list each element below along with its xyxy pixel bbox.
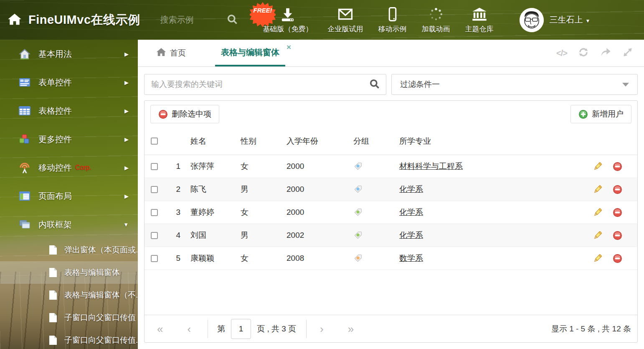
expand-icon[interactable]	[622, 47, 633, 59]
nav-item-themes[interactable]: 主题仓库	[465, 6, 494, 34]
page-icon	[48, 335, 58, 345]
chevron-right-icon: ▶	[124, 165, 129, 171]
sidebar-item-label: 更多控件	[38, 134, 72, 145]
keyword-search-input[interactable]	[151, 80, 369, 89]
nav-item-mobile[interactable]: 移动示例	[378, 6, 407, 34]
prev-page-button[interactable]: ‹	[187, 324, 191, 334]
home-icon	[156, 48, 166, 59]
column-header-gender[interactable]: 性别	[241, 136, 287, 147]
column-header-group[interactable]: 分组	[349, 136, 399, 147]
next-page-button[interactable]: ›	[320, 324, 324, 334]
column-header-name[interactable]: 姓名	[190, 136, 241, 147]
sidebar-item-basic-usage[interactable]: 基本用法 ▶	[0, 40, 138, 68]
row-checkbox[interactable]	[151, 163, 158, 170]
delete-icon[interactable]	[613, 185, 622, 194]
layout-icon	[18, 190, 31, 202]
share-icon[interactable]	[600, 47, 611, 59]
major-link[interactable]: 化学系	[399, 230, 423, 241]
sidebar-item-label: 内联框架	[38, 219, 72, 230]
filter-dropdown[interactable]: 过滤条件一	[391, 74, 638, 95]
cell-name: 张萍萍	[190, 161, 241, 172]
delete-icon[interactable]	[613, 208, 622, 217]
delete-icon[interactable]	[613, 254, 622, 263]
cell-year: 2008	[287, 254, 349, 263]
delete-icon[interactable]	[613, 231, 622, 240]
sidebar-subitem-grid-edit-window[interactable]: 表格与编辑窗体	[0, 261, 138, 284]
column-header-year[interactable]: 入学年份	[287, 136, 349, 147]
bank-icon	[472, 6, 487, 23]
table-row[interactable]: 2 陈飞 男 2000 化学系	[145, 178, 637, 201]
sidebar-subitem-popup-window[interactable]: 弹出窗体（本页面或...	[0, 239, 138, 261]
search-icon[interactable]	[226, 13, 238, 27]
table-row[interactable]: 4 刘国 男 2002 化学系	[145, 224, 637, 247]
antenna-icon	[18, 161, 31, 174]
cell-year: 2002	[287, 231, 349, 240]
table-row[interactable]: 1 张萍萍 女 2000 材料科学与工程系	[145, 155, 637, 178]
home-icon[interactable]	[8, 13, 22, 27]
main-area: 首页 表格与编辑窗体 × </>	[138, 40, 644, 349]
sidebar-item-iframe[interactable]: 内联框架 ▼	[0, 210, 138, 239]
sidebar-item-more-controls[interactable]: 更多控件 ▶	[0, 125, 138, 153]
delete-selected-button[interactable]: 删除选中项	[150, 105, 219, 123]
row-checkbox[interactable]	[151, 209, 158, 216]
major-link[interactable]: 材料科学与工程系	[399, 161, 463, 172]
column-header-major[interactable]: 所学专业	[399, 136, 582, 147]
sidebar-subitem-grid-edit-window-2[interactable]: 表格与编辑窗体（不...	[0, 284, 138, 306]
page-number-input[interactable]	[231, 319, 251, 339]
table-row[interactable]: 3 董婷婷 女 2000 化学系	[145, 201, 637, 224]
sidebar-item-grid-controls[interactable]: 表格控件 ▶	[0, 97, 138, 125]
tag-icon	[353, 231, 363, 240]
sidebar-item-label: 基本用法	[38, 48, 72, 60]
last-page-button[interactable]: »	[348, 324, 354, 334]
sidebar-item-form-controls[interactable]: 表单控件 ▶	[0, 68, 138, 97]
sidebar-item-mobile-controls[interactable]: 移动控件 Corp. ▶	[0, 153, 138, 182]
edit-icon[interactable]	[593, 207, 603, 217]
table-row[interactable]: 5 康颖颖 女 2008 数学系	[145, 247, 637, 270]
frames-icon	[18, 218, 31, 231]
nav-item-label: 加载动画	[422, 24, 450, 34]
nav-item-enterprise[interactable]: 企业版试用	[328, 6, 363, 34]
row-index: 2	[166, 185, 180, 194]
major-link[interactable]: 化学系	[399, 184, 423, 195]
edit-icon[interactable]	[593, 253, 603, 263]
chevron-down-icon: ▼	[586, 18, 591, 24]
nav-item-label: 移动示例	[378, 24, 407, 34]
cell-gender: 男	[241, 184, 287, 195]
refresh-icon[interactable]	[578, 47, 589, 59]
grid-toolbar: 删除选中项 新增用户	[145, 101, 637, 127]
close-icon[interactable]: ×	[287, 43, 291, 51]
nav-item-label: 企业版试用	[328, 24, 363, 34]
edit-icon[interactable]	[593, 161, 603, 171]
row-checkbox[interactable]	[151, 186, 158, 193]
sidebar-item-label: 页面布局	[38, 191, 72, 202]
edit-icon[interactable]	[593, 230, 603, 240]
edit-icon[interactable]	[593, 184, 603, 194]
tab-home[interactable]: 首页	[150, 40, 192, 66]
sidebar-subitem-child-to-parent-2[interactable]: 子窗口向父窗口传值...	[0, 329, 138, 349]
username[interactable]: 三生石上▼	[550, 14, 591, 25]
sidebar-item-label: 表单控件	[38, 77, 72, 88]
app-title: FineUIMvc在线示例	[28, 12, 140, 28]
add-user-button[interactable]: 新增用户	[570, 105, 631, 123]
cell-year: 2000	[287, 162, 349, 171]
delete-icon[interactable]	[613, 162, 622, 171]
cell-name: 刘国	[190, 230, 241, 241]
header-search-input[interactable]	[160, 15, 223, 25]
sidebar-subitem-child-to-parent[interactable]: 子窗口向父窗口传值	[0, 306, 138, 329]
tab-grid-edit-window[interactable]: 表格与编辑窗体 ×	[215, 40, 285, 66]
first-page-button[interactable]: «	[157, 324, 163, 334]
nav-item-loading[interactable]: 加载动画	[422, 6, 450, 34]
row-checkbox[interactable]	[151, 255, 158, 262]
sidebar-item-page-layout[interactable]: 页面布局 ▶	[0, 182, 138, 210]
major-link[interactable]: 化学系	[399, 207, 423, 218]
avatar[interactable]	[520, 8, 544, 32]
select-all-checkbox[interactable]	[151, 138, 158, 145]
source-code-icon[interactable]: </>	[556, 48, 567, 58]
cell-gender: 女	[241, 207, 287, 218]
app-header: FineUIMvc在线示例 FREE! 基础版（免费） 企业版试用 移动示例	[0, 0, 644, 40]
row-checkbox[interactable]	[151, 232, 158, 239]
major-link[interactable]: 数学系	[399, 253, 423, 264]
tab-bar: 首页 表格与编辑窗体 × </>	[138, 40, 644, 67]
search-icon[interactable]	[369, 78, 380, 91]
tag-icon	[353, 254, 363, 263]
